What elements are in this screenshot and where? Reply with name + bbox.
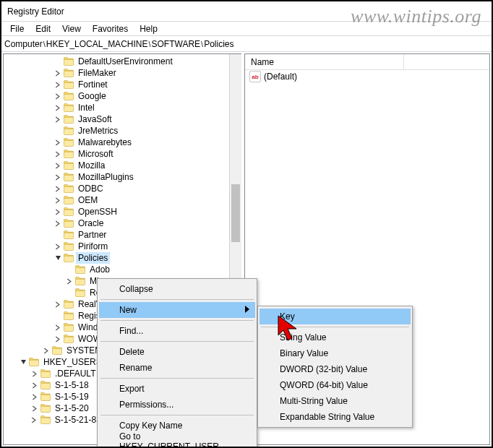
ctx-sub-item-dword-32-bit-value[interactable]: DWORD (32-bit) Value (260, 361, 411, 377)
chevron-right-icon[interactable] (53, 299, 63, 309)
list-row[interactable]: ab(Default) (245, 70, 489, 83)
chevron-right-icon[interactable] (30, 392, 40, 402)
chevron-right-icon[interactable] (53, 322, 63, 332)
chevron-right-icon[interactable] (30, 415, 40, 425)
chevron-right-icon[interactable] (53, 149, 63, 159)
breadcrumb-part[interactable]: SOFTWARE (152, 39, 201, 49)
tree-item[interactable]: ODBC (4, 183, 241, 194)
tree-item[interactable]: OEM (4, 194, 241, 206)
tree-item[interactable]: Mozilla (4, 160, 241, 171)
chevron-right-icon[interactable] (53, 160, 63, 171)
tree-item-label[interactable]: FileMaker (77, 68, 118, 78)
tree-item-label[interactable]: Partner (77, 230, 108, 240)
breadcrumb-part[interactable]: HKEY_LOCAL_MACHINE (46, 39, 148, 49)
ctx-sub-item-multi-string-value[interactable]: Multi-String Value (260, 393, 411, 409)
chevron-right-icon[interactable] (53, 114, 63, 124)
chevron-right-icon[interactable] (53, 195, 63, 205)
chevron-right-icon[interactable] (53, 218, 63, 228)
ctx-sub-item-string-value[interactable]: String Value (260, 329, 411, 345)
tree-item-label[interactable]: .DEFAULT (53, 369, 97, 379)
tree-item-label[interactable]: OEM (77, 195, 99, 205)
chevron-right-icon[interactable] (30, 380, 40, 390)
tree-item-label[interactable]: S-1-5-18 (53, 380, 90, 390)
tree-item[interactable]: FileMaker (4, 67, 241, 79)
breadcrumb-root[interactable]: Computer (4, 39, 43, 49)
tree-item-label[interactable]: S-1-5-19 (53, 392, 90, 402)
ctx-sub-item-expandable-string-value[interactable]: Expandable String Value (260, 409, 411, 425)
tree-item[interactable]: Partner (4, 229, 241, 241)
context-menu[interactable]: CollapseNewFind...DeleteRenameExportPerm… (97, 278, 257, 448)
tree-item[interactable]: JavaSoft (4, 113, 241, 125)
tree-item[interactable]: DefaultUserEnvironment (4, 56, 241, 67)
chevron-right-icon[interactable] (53, 241, 63, 251)
ctx-item-rename[interactable]: Rename (99, 360, 255, 376)
tree-item-label[interactable]: Microsoft (77, 149, 115, 159)
chevron-right-icon[interactable] (30, 369, 40, 379)
chevron-down-icon[interactable] (18, 357, 28, 367)
context-submenu-new[interactable]: KeyString ValueBinary ValueDWORD (32-bit… (257, 306, 413, 428)
tree-item-label[interactable]: Oracle (77, 218, 105, 228)
chevron-right-icon[interactable] (53, 207, 63, 217)
scrollbar-thumb[interactable] (231, 184, 240, 242)
tree-item[interactable]: Google (4, 90, 241, 102)
menu-view[interactable]: View (56, 22, 87, 35)
ctx-item-go-to-hkey-current-user[interactable]: Go to HKEY_CURRENT_USER (99, 434, 255, 448)
ctx-item-delete[interactable]: Delete (99, 344, 255, 360)
chevron-right-icon[interactable] (53, 103, 63, 113)
tree-item-label[interactable]: Fortinet (77, 79, 109, 90)
tree-item[interactable]: Piriform (4, 241, 241, 252)
chevron-down-icon[interactable] (53, 253, 63, 263)
menu-favorites[interactable]: Favorites (87, 22, 134, 35)
tree-item[interactable]: Adob (4, 264, 241, 275)
list-column-header[interactable]: Name (245, 54, 489, 70)
ctx-item-new[interactable]: New (99, 302, 255, 318)
chevron-right-icon[interactable] (53, 172, 63, 182)
tree-item[interactable]: Policies (4, 252, 241, 264)
tree-item[interactable]: OpenSSH (4, 206, 241, 217)
tree-item-label[interactable]: Mozilla (77, 160, 106, 171)
chevron-right-icon[interactable] (30, 403, 40, 413)
ctx-item-collapse[interactable]: Collapse (99, 281, 255, 297)
tree-item-label[interactable]: S-1-5-20 (53, 403, 90, 413)
tree-item-label[interactable]: OpenSSH (77, 207, 119, 217)
tree-item-label[interactable]: ODBC (77, 184, 105, 194)
tree-item[interactable]: Oracle (4, 217, 241, 229)
column-name[interactable]: Name (245, 54, 404, 69)
tree-item-label[interactable]: JavaSoft (77, 114, 113, 124)
ctx-item-permissions[interactable]: Permissions... (99, 397, 255, 413)
tree-item-label[interactable]: Adob (88, 264, 111, 275)
tree-item[interactable]: Intel (4, 102, 241, 113)
chevron-right-icon[interactable] (53, 184, 63, 194)
tree-item-label[interactable]: MozillaPlugins (77, 172, 135, 182)
chevron-right-icon[interactable] (53, 137, 63, 147)
menu-help[interactable]: Help (134, 22, 163, 35)
tree-item-label[interactable]: Intel (77, 103, 96, 113)
ctx-sub-item-key[interactable]: Key (260, 309, 411, 324)
tree-item-label[interactable]: Google (77, 91, 108, 101)
chevron-right-icon[interactable] (64, 276, 74, 286)
ctx-sub-item-binary-value[interactable]: Binary Value (260, 345, 411, 361)
menu-edit[interactable]: Edit (30, 22, 56, 35)
tree-item-label[interactable]: Policies (77, 253, 109, 263)
chevron-right-icon[interactable] (53, 91, 63, 101)
tree-item[interactable]: MozillaPlugins (4, 171, 241, 183)
tree-item-label[interactable]: HKEY_USERS (42, 357, 103, 367)
breadcrumb-part[interactable]: Policies (204, 39, 233, 49)
ctx-item-export[interactable]: Export (99, 381, 255, 397)
ctx-item-find[interactable]: Find... (99, 323, 255, 339)
chevron-right-icon[interactable] (53, 334, 63, 344)
menu-file[interactable]: File (4, 22, 30, 35)
tree-item-label[interactable]: Piriform (77, 241, 109, 251)
chevron-right-icon[interactable] (53, 68, 63, 78)
tree-item-label[interactable]: DefaultUserEnvironment (77, 56, 174, 66)
chevron-right-icon[interactable] (41, 345, 51, 356)
tree-item[interactable]: Malwarebytes (4, 137, 241, 148)
tree-item-label[interactable]: JreMetrics (77, 126, 119, 136)
tree-item-label[interactable]: Malwarebytes (77, 137, 133, 147)
tree-item[interactable]: JreMetrics (4, 125, 241, 137)
ctx-sub-item-qword-64-bit-value[interactable]: QWORD (64-bit) Value (260, 377, 411, 393)
address-bar[interactable]: Computer \HKEY_LOCAL_MACHINE\SOFTWARE\Po… (1, 36, 492, 52)
chevron-right-icon[interactable] (53, 79, 63, 90)
tree-item[interactable]: Microsoft (4, 148, 241, 160)
tree-item[interactable]: Fortinet (4, 79, 241, 90)
